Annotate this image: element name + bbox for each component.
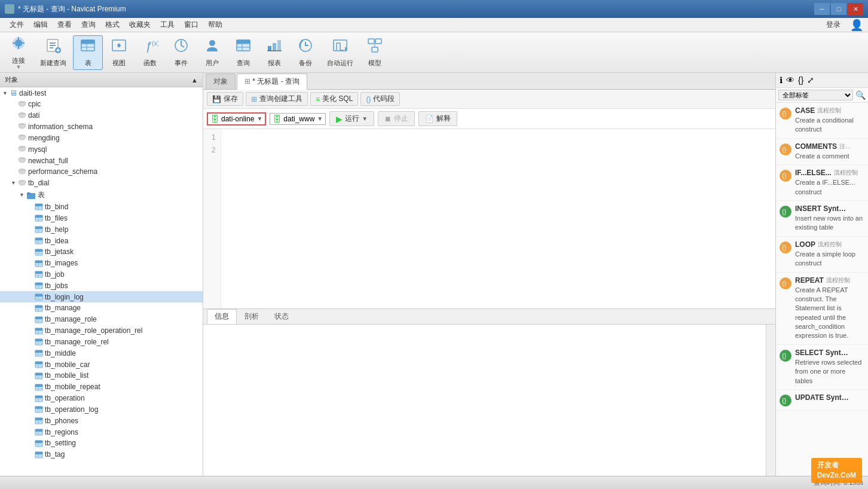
sidebar-item-information_schema[interactable]: information_schema [0,121,203,133]
sidebar-item-tb_manage[interactable]: tb_manage [0,302,203,314]
minimize-button[interactable]: ─ [814,3,830,15]
toolbar-report[interactable]: 报表 [259,35,289,70]
sidebar-scroll-up[interactable]: ▲ [191,77,198,84]
connect-dropdown[interactable]: ▼ [16,64,22,70]
save-button[interactable]: 💾 保存 [207,92,243,106]
result-tab-status[interactable]: 状态 [267,309,297,324]
toolbar-model[interactable]: 模型 [360,35,390,70]
result-tab-profile[interactable]: 剖析 [237,309,267,324]
menu-view[interactable]: 查看 [53,19,77,31]
sidebar-item-tables-group[interactable]: ▼表 [0,189,203,201]
sidebar-item-tb_jobs[interactable]: tb_jobs [0,280,203,291]
sidebar-item-tb_operation_log[interactable]: tb_operation_log [0,404,203,415]
toolbar-view[interactable]: 视图 [104,35,134,70]
sidebar-item-newchat_full[interactable]: newchat_full [0,155,203,166]
snippets-info-icon[interactable]: ℹ [780,75,783,85]
toolbar-user[interactable]: 用户 [197,35,227,70]
sidebar-item-tb_operation[interactable]: tb_operation [0,393,203,404]
snippets-expand-icon[interactable]: ⤢ [807,75,814,85]
stop-button[interactable]: ⏹ 停止 [378,111,415,126]
sidebar-item-tb_tag[interactable]: tb_tag [0,449,203,460]
snippets-search-icon[interactable]: 🔍 [855,90,866,100]
db1-arrow[interactable]: ▼ [256,115,262,122]
sidebar-item-tb_dial[interactable]: ▼tb_dial [0,178,203,189]
sidebar-item-cpic[interactable]: cpic [0,99,203,110]
close-button[interactable]: ✕ [848,3,863,15]
menu-favorites[interactable]: 收藏夹 [124,19,155,31]
menu-help[interactable]: 帮助 [203,19,227,31]
toolbar-table[interactable]: 表 [73,35,103,70]
sidebar-item-mysql[interactable]: mysql [0,143,203,155]
sidebar-item-tb_manage_role_rel[interactable]: tb_manage_role_rel [0,337,203,348]
sidebar-item-tb_setting[interactable]: tb_setting [0,438,203,449]
autorun-icon [332,37,349,57]
tab-query[interactable]: ⊞ * 无标题 - 查询 [237,74,307,90]
toolbar-connect[interactable]: 连接 ▼ [4,35,33,70]
toolbar-autorun[interactable]: 自动运行 [322,35,359,70]
expand-icon[interactable]: ▼ [2,90,10,96]
menu-window[interactable]: 窗口 [179,19,203,31]
snippets-filter-select[interactable]: 全部标签 [778,90,853,100]
maximize-button[interactable]: □ [831,3,846,15]
toolbar-function[interactable]: ƒ (x) 函数 [135,35,165,70]
sidebar-item-tb_idea[interactable]: tb_idea [0,235,203,246]
menu-file[interactable]: 文件 [5,19,29,31]
sidebar-item-tb_phones[interactable]: tb_phones [0,415,203,426]
sidebar-item-tb_regions[interactable]: tb_regions [0,426,203,438]
login-button[interactable]: 登录 [821,19,845,31]
snippet-item-case[interactable]: {} CASE 流程控制 Create a conditional constr… [776,103,868,139]
sidebar-item-tb_help[interactable]: tb_help [0,224,203,235]
explain-button[interactable]: 📄 解释 [418,111,457,126]
sidebar-item-performance_schema[interactable]: performance_schema [0,166,203,178]
snippet-item-loop[interactable]: {} LOOP 流程控制 Create a simple loop constr… [776,237,868,273]
expand-icon[interactable]: ▼ [19,192,26,198]
sidebar-item-tb_job[interactable]: tb_job [0,269,203,280]
menu-tools[interactable]: 工具 [155,19,179,31]
menu-edit[interactable]: 编辑 [29,19,53,31]
sidebar-item-tb_manage_role_operation_rel[interactable]: tb_manage_role_operation_rel [0,325,203,337]
db2-arrow[interactable]: ▼ [317,115,323,122]
query-build-button[interactable]: ⊞ 查询创建工具 [246,92,308,106]
snippets-eye-icon[interactable]: 👁 [786,75,794,85]
sidebar-item-tb_mobile_repeat[interactable]: tb_mobile_repeat [0,381,203,393]
sidebar-item-tb_files[interactable]: tb_files [0,212,203,224]
snippet-item-update[interactable]: {} UPDATE Synt… [776,390,868,411]
db2-selector[interactable]: 🗄 dati_www ▼ [270,113,326,125]
sidebar-item-tb_mobile_car[interactable]: tb_mobile_car [0,359,203,370]
run-arrow[interactable]: ▼ [362,115,368,122]
sidebar-item-dati[interactable]: dati [0,110,203,121]
user-avatar[interactable]: 👤 [850,19,863,32]
snippet-item-select[interactable]: {} SELECT Synt… Retrieve rows selected f… [776,345,868,390]
menu-format[interactable]: 格式 [100,19,124,31]
toolbar-new-query[interactable]: 新建查询 [35,35,72,70]
expand-icon[interactable]: ▼ [11,180,18,186]
code-segment-button[interactable]: () 代码段 [360,92,400,106]
snippet-item-insert[interactable]: {} INSERT Synt… Insert new rows into an … [776,201,868,237]
title-bar-controls[interactable]: ─ □ ✕ [814,3,863,15]
tab-object[interactable]: 对象 [206,74,236,89]
toolbar-query[interactable]: 查询 [228,35,258,70]
sidebar-item-tb_jetask[interactable]: tb_jetask [0,246,203,258]
sidebar-item-daiti-test[interactable]: ▼🖥daiti-test [0,87,203,99]
sidebar-tree[interactable]: ▼🖥daiti-testcpicdatiinformation_schemame… [0,87,203,476]
db1-selector[interactable]: 🗄 dati-online ▼ [207,112,266,126]
snippet-item-repeat[interactable]: {} REPEAT 流程控制 Create A REPEAT construct… [776,273,868,345]
toolbar-backup[interactable]: 备份 [291,35,320,70]
sidebar-item-tb_mobile_list[interactable]: tb_mobile_list [0,370,203,381]
sidebar-item-tb_login_log[interactable]: tb_login_log [0,291,203,302]
toolbar-event[interactable]: 事件 [166,35,196,70]
sidebar-item-tb_images[interactable]: tb_images [0,258,203,269]
sidebar-item-tb_middle[interactable]: tb_middle [0,347,203,359]
snippet-item-ifelse[interactable]: {} IF...ELSE... 流程控制 Create a IF...ELSE.… [776,165,868,201]
snippets-code-icon[interactable]: {} [798,75,803,85]
snippet-item-comments[interactable]: {} COMMENTS 注… Create a comment [776,139,868,165]
result-scrollbar[interactable] [766,325,775,476]
menu-query[interactable]: 查询 [77,19,100,31]
sidebar-item-tb_manage_role[interactable]: tb_manage_role [0,314,203,325]
sidebar-item-tb_bind[interactable]: tb_bind [0,201,203,213]
code-input[interactable] [221,129,775,308]
run-button[interactable]: ▶ 运行 ▼ [329,111,374,126]
result-tab-info[interactable]: 信息 [207,309,237,324]
beautify-button[interactable]: ≡ 美化 SQL [310,92,358,106]
sidebar-item-mengding[interactable]: mengding [0,132,203,143]
